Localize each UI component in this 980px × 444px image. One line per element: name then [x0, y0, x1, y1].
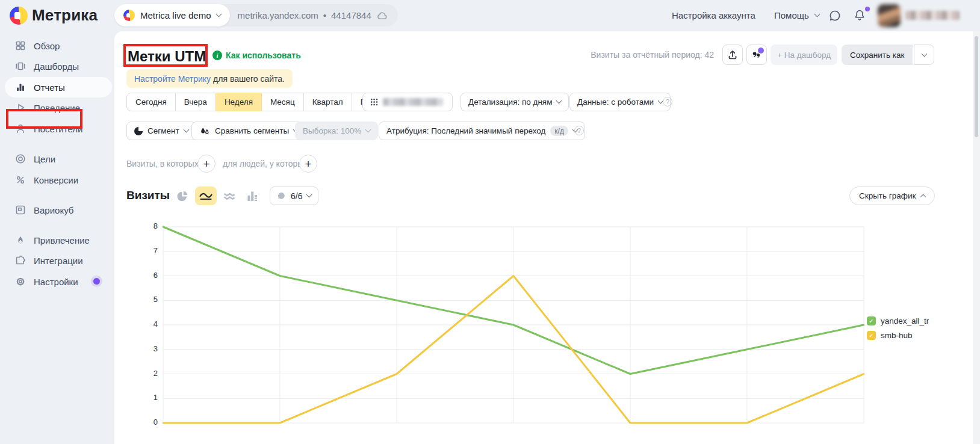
speech-bubble-icon: [277, 191, 286, 200]
brand-name[interactable]: Метрика: [32, 6, 98, 25]
sidebar-item-label: Цели: [34, 154, 55, 164]
sidebar-item-behavior[interactable]: Поведение: [0, 97, 114, 118]
y-axis-label: 6: [154, 271, 158, 280]
legend-item-yandex_all_tr[interactable]: ✓yandex_all_tr: [867, 316, 929, 325]
sidebar-item-visitors[interactable]: Посетители: [0, 119, 114, 139]
bell-icon[interactable]: [853, 8, 866, 22]
cloud-icon: [376, 10, 388, 22]
notification-dot: [865, 7, 870, 11]
tab-quarter[interactable]: Квартал: [303, 93, 352, 111]
chart-type-columns-icon[interactable]: [246, 190, 259, 203]
avatar[interactable]: [878, 4, 901, 27]
counter-domain: metrika.yandex.com: [238, 10, 318, 20]
y-axis-label: 1: [154, 393, 158, 402]
how-to-use-link[interactable]: Как использовать: [226, 51, 301, 60]
y-axis-label: 7: [154, 246, 158, 255]
counter-id: 44147844: [331, 10, 371, 20]
detail-label: Детализация: по дням: [468, 97, 552, 106]
project-selector[interactable]: Metrica live demo: [114, 4, 230, 26]
chart-type-area-icon[interactable]: [223, 190, 236, 203]
setup-metrika-link[interactable]: Настройте Метрику: [134, 74, 211, 84]
legend-label: yandex_all_tr: [881, 316, 929, 325]
setup-banner: Настройте Метрику для вашего сайта.: [126, 69, 293, 88]
banner-text: для вашего сайта.: [213, 74, 285, 84]
y-axis-label: 2: [154, 369, 158, 378]
sidebar-item-label: Отчеты: [34, 82, 65, 93]
page-title: Метки UTM: [128, 48, 206, 65]
calendar-dots-icon: [370, 98, 378, 106]
chart-legend: ✓yandex_all_tr✓smb-hub: [867, 316, 929, 345]
tab-yesterday[interactable]: Вчера: [175, 93, 216, 111]
export-button[interactable]: [722, 45, 743, 65]
help-menu[interactable]: Помощь: [774, 10, 819, 20]
y-axis-label: 3: [154, 344, 158, 353]
hide-chart-button[interactable]: Скрыть график: [849, 187, 935, 205]
data-mode-dropdown[interactable]: Данные: с роботами: [569, 93, 671, 111]
sidebar-item-label: Посетители: [34, 124, 82, 134]
project-name: Metrica live demo: [140, 10, 211, 20]
sidebar-item-overview[interactable]: Обзор: [0, 35, 114, 56]
tab-today[interactable]: Сегодня: [126, 93, 176, 111]
date-picker[interactable]: [362, 93, 453, 111]
sidebar-item-conversions[interactable]: Конверсии: [0, 170, 114, 190]
attribution-dropdown[interactable]: Атрибуция: Последний значимый переход к/…: [379, 122, 585, 140]
sidebar-item-label: Обзор: [34, 41, 60, 51]
chart-type-pie-icon[interactable]: [176, 190, 189, 203]
sidebar-item-acquisition[interactable]: Привлечение: [0, 230, 114, 250]
visits-line-chart: [163, 223, 864, 430]
sidebar-item-variocube[interactable]: Вариокуб: [0, 200, 114, 220]
sidebar-item-label: Привлечение: [34, 235, 90, 245]
sidebar-item-goals[interactable]: Цели: [0, 149, 114, 169]
segment-label: Сегмент: [147, 126, 179, 135]
tab-month[interactable]: Месяц: [261, 93, 304, 111]
sidebar-item-label: Поведение: [34, 103, 80, 113]
account-settings-link[interactable]: Настройка аккаунта: [672, 10, 755, 20]
chevron-down-icon: [556, 98, 562, 104]
hide-chart-label: Скрыть график: [859, 191, 916, 200]
username-redacted: [905, 11, 960, 20]
help-question-icon[interactable]: ?: [663, 97, 672, 106]
add-visits-filter-button[interactable]: +: [197, 155, 216, 173]
visits-period-summary: Визиты за отчётный период: 42: [560, 50, 714, 60]
add-to-dashboard-button[interactable]: + На дашборд: [771, 45, 837, 65]
legend-checkbox[interactable]: ✓: [867, 331, 876, 340]
chevron-down-icon: [306, 192, 312, 198]
compare-segments-dropdown[interactable]: Сравнить сегменты: [191, 122, 306, 140]
save-as-button[interactable]: Сохранить как: [842, 45, 913, 65]
scrollbar-thumb[interactable]: [975, 36, 978, 137]
project-switcher: Metrica live demo metrika.yandex.com • 4…: [114, 4, 398, 26]
date-range-redacted: [383, 98, 443, 106]
metrika-logo-icon[interactable]: [10, 7, 28, 25]
line-chart-icon: [199, 191, 213, 201]
metric-title: Визиты: [126, 189, 170, 202]
detail-dropdown[interactable]: Детализация: по дням: [461, 93, 569, 111]
series-count-label: 6/6: [291, 191, 302, 201]
chevron-down-icon: [183, 127, 189, 133]
sidebar-item-reports[interactable]: Отчеты: [0, 77, 114, 97]
y-axis-label: 5: [154, 295, 158, 304]
chat-icon[interactable]: [828, 9, 842, 22]
data-mode-label: Данные: с роботами: [577, 97, 654, 106]
sampling-label: Выборка: 100%: [303, 126, 361, 135]
attribution-badge: к/д: [550, 126, 568, 136]
help-question-icon[interactable]: ?: [574, 126, 584, 135]
sidebar-item-dashboards[interactable]: Дашборды: [0, 56, 114, 76]
series-count-dropdown[interactable]: 6/6: [270, 187, 318, 205]
sidebar-item-label: Конверсии: [34, 175, 78, 185]
ai-assistant-button[interactable]: [746, 45, 767, 65]
sidebar-item-label: Вариокуб: [34, 205, 73, 215]
sidebar-item-integrations[interactable]: Интеграции: [0, 250, 114, 271]
chevron-up-icon: [920, 194, 926, 200]
tab-week[interactable]: Неделя: [216, 93, 262, 111]
legend-item-smb-hub[interactable]: ✓smb-hub: [867, 331, 929, 340]
add-people-filter-button[interactable]: +: [299, 155, 317, 173]
sampling-dropdown[interactable]: Выборка: 100%: [295, 122, 378, 140]
counter-meta: metrika.yandex.com • 44147844: [230, 10, 398, 22]
info-icon[interactable]: i: [212, 51, 222, 60]
sidebar: Обзор Дашборды Отчеты Поведение Посетите…: [0, 31, 114, 444]
compare-label: Сравнить сегменты: [215, 126, 289, 135]
chart-type-line-selected[interactable]: [195, 187, 217, 205]
segment-dropdown[interactable]: Сегмент: [126, 122, 196, 140]
legend-checkbox[interactable]: ✓: [867, 316, 876, 325]
save-as-dropdown[interactable]: [914, 45, 934, 65]
